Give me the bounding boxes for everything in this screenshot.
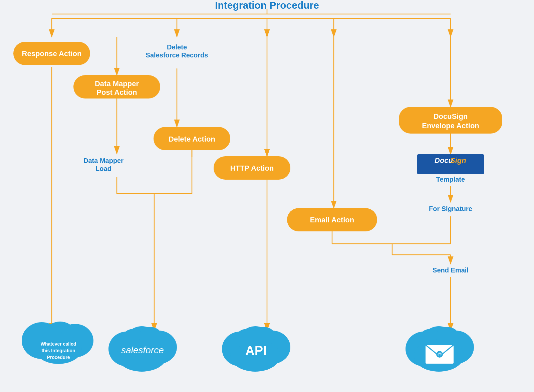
at-symbol: @ <box>438 352 442 357</box>
response-action-label: Response Action <box>22 49 82 58</box>
data-mapper-post-label-2: Post Action <box>96 88 137 96</box>
docusign-envelope-label-1: DocuSign <box>434 112 468 121</box>
docusign-logo-sign: Sign <box>450 156 466 165</box>
svg-point-53 <box>436 327 459 346</box>
svg-point-47 <box>252 327 275 346</box>
for-signature-label: For Signature <box>429 205 472 212</box>
delete-sf-label-2: Salesforce Records <box>146 51 208 59</box>
send-email-label: Send Email <box>433 266 469 274</box>
salesforce-cloud-text: salesforce <box>121 345 164 355</box>
api-cloud-text: API <box>245 344 266 358</box>
delete-sf-label-1: Delete <box>167 43 187 51</box>
http-action-label: HTTP Action <box>230 164 274 172</box>
email-action-label: Email Action <box>310 216 354 224</box>
svg-point-35 <box>42 324 62 341</box>
caller-cloud-text-1: Whatever called <box>41 341 76 347</box>
caller-cloud-text-3: Procedure <box>47 355 70 360</box>
data-mapper-load-label-1: Data Mapper <box>83 157 123 164</box>
delete-action-label: Delete Action <box>169 135 215 143</box>
data-mapper-post-label-1: Data Mapper <box>95 79 139 88</box>
svg-point-41 <box>139 327 162 346</box>
caller-cloud-text-2: this Integration <box>41 348 75 353</box>
template-label: Template <box>436 176 465 183</box>
data-mapper-load-label-2: Load <box>95 165 111 172</box>
docusign-envelope-label-2: Envelope Action <box>422 122 479 130</box>
